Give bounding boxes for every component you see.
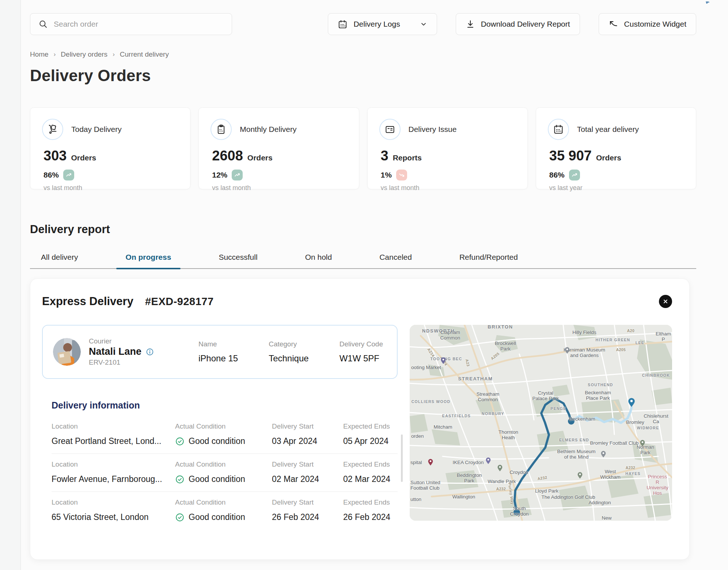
tab-on-hold[interactable]: On hold — [305, 248, 332, 268]
stat-card-unit: Reports — [393, 153, 422, 162]
row-value-location: 65 Victoria Street, London — [52, 512, 175, 522]
top-bar: Delivery Logs Download Delivery Report — [30, 13, 696, 35]
check-circle-icon — [175, 475, 185, 484]
stat-card-value: 303 — [43, 148, 67, 164]
stat-card-label: Today Delivery — [71, 125, 122, 134]
tab-refund-reported[interactable]: Refund/Reported — [459, 248, 518, 268]
stat-card-label: Delivery Issue — [409, 125, 457, 134]
check-circle-icon — [175, 513, 185, 522]
stat-card-unit: Orders — [247, 153, 273, 162]
courier-field-label: Category — [269, 340, 308, 348]
search-box[interactable] — [30, 13, 232, 35]
close-button[interactable] — [659, 295, 672, 308]
row-value-ends: 26 Feb 2024 — [343, 512, 398, 522]
row-value-condition: Good condition — [175, 512, 272, 522]
delivery-logs-button[interactable]: Delivery Logs — [328, 13, 437, 35]
breadcrumb-separator-icon: › — [54, 51, 56, 58]
delivery-details-column: Courier Natali Lane ERV-210 — [42, 325, 398, 529]
tab-canceled[interactable]: Canceled — [379, 248, 412, 268]
courier-card: Courier Natali Lane ERV-210 — [42, 325, 398, 379]
row-label-condition: Actual Condition — [175, 460, 272, 468]
chevron-down-icon — [420, 20, 427, 28]
page-title: Delivery Orders — [30, 66, 696, 85]
search-icon — [38, 19, 48, 29]
customize-widget-button[interactable]: Customize Widget — [599, 13, 696, 35]
row-value-ends: 05 Apr 2024 — [343, 436, 398, 446]
courier-field: NameiPhone 15 — [198, 340, 238, 364]
tab-all-delivery[interactable]: All delivery — [41, 248, 78, 268]
stat-cards-row: Today Delivery303Orders86%vs last monthM… — [30, 107, 696, 189]
courier-id: ERV-2101 — [89, 358, 184, 366]
row-value-start: 03 Apr 2024 — [272, 436, 343, 446]
download-delivery-report-button[interactable]: Download Delivery Report — [456, 13, 580, 35]
stat-card-compare: vs last month — [42, 184, 178, 192]
route-start-dot — [513, 509, 520, 516]
row-label-condition: Actual Condition — [175, 498, 272, 506]
courier-fields: NameiPhone 15CategoryTechniqueDelivery C… — [184, 340, 383, 364]
row-label-location: Location — [52, 460, 175, 468]
trend-up-icon — [232, 170, 243, 180]
row-label-start: Delivery Start — [272, 422, 343, 430]
stat-card: Delivery Issue3Reports1%vs last month — [367, 107, 528, 189]
express-delivery-panel: Express Delivery #EXD-928177 — [30, 278, 690, 560]
trend-down-icon — [396, 170, 407, 180]
stat-card-percent: 86% — [549, 171, 565, 179]
stat-card-value: 2608 — [212, 148, 243, 164]
row-cell-start: Delivery Start02 Mar 2024 — [272, 460, 343, 484]
courier-name: Natali Lane — [89, 346, 141, 357]
courier-avatar — [53, 338, 81, 366]
tab-on-progress[interactable]: On progress — [126, 248, 171, 268]
collapsed-sidebar-strip — [0, 0, 21, 570]
report-heading: Delivery report — [30, 223, 696, 236]
row-cell-start: Delivery Start26 Feb 2024 — [272, 498, 343, 522]
report-tabs: All deliveryOn progressSuccessfullOn hol… — [30, 248, 696, 269]
row-label-location: Location — [52, 498, 175, 506]
info-icon[interactable] — [146, 348, 154, 356]
row-value-location: Fowler Avenue, Farnboroug... — [52, 474, 175, 484]
row-label-start: Delivery Start — [272, 460, 343, 468]
courier-field: CategoryTechnique — [269, 340, 308, 364]
map-base — [410, 325, 672, 521]
breadcrumb-item[interactable]: Delivery orders — [61, 50, 107, 58]
row-label-condition: Actual Condition — [175, 422, 272, 430]
main-content: Delivery Logs Download Delivery Report — [21, 0, 728, 560]
row-cell-location: LocationFowler Avenue, Farnboroug... — [52, 460, 175, 484]
row-cell-location: LocationGreat Portland Street, Lond... — [52, 422, 175, 446]
row-value-location: Great Portland Street, Lond... — [52, 436, 175, 446]
breadcrumb-item[interactable]: Current delivery — [120, 50, 169, 58]
breadcrumb: Home›Delivery orders›Current delivery — [30, 50, 696, 58]
stat-card-percent: 12% — [212, 171, 227, 179]
clipboard-icon — [211, 119, 232, 140]
delivery-route-map[interactable]: NDSWORTHClapham CommonBRIXTONHilly Field… — [410, 325, 672, 521]
stat-card-value: 3 — [381, 148, 388, 164]
panel-header: Express Delivery #EXD-928177 — [42, 295, 672, 308]
row-cell-condition: Actual ConditionGood condition — [175, 422, 272, 446]
rows-scrollbar[interactable] — [401, 434, 403, 482]
search-input[interactable] — [54, 20, 224, 28]
delivery-logs-label: Delivery Logs — [353, 20, 400, 28]
row-cell-ends: Expected Ends02 Mar 2024 — [343, 460, 398, 484]
courier-field: Delivery CodeW1W 5PF — [340, 340, 383, 364]
row-label-location: Location — [52, 422, 175, 430]
trend-up-icon — [569, 170, 580, 180]
row-cell-condition: Actual ConditionGood condition — [175, 460, 272, 484]
route-waypoint-dot — [568, 418, 575, 425]
breadcrumb-item[interactable]: Home — [30, 50, 49, 58]
stat-card-label: Monthly Delivery — [240, 125, 296, 134]
check-circle-icon — [175, 437, 185, 446]
stat-card-compare: vs last month — [211, 184, 347, 192]
stat-card-label: Total year delivery — [577, 125, 639, 134]
row-cell-start: Delivery Start03 Apr 2024 — [272, 422, 343, 446]
calendar-icon — [338, 19, 348, 29]
trend-up-icon — [63, 170, 74, 180]
tab-successfull[interactable]: Successfull — [219, 248, 257, 268]
row-cell-ends: Expected Ends05 Apr 2024 — [343, 422, 398, 446]
row-label-ends: Expected Ends — [343, 498, 398, 506]
download-icon — [466, 19, 475, 29]
row-value-ends: 02 Mar 2024 — [343, 474, 398, 484]
delivery-row: Location65 Victoria Street, LondonActual… — [52, 492, 398, 529]
row-cell-location: Location65 Victoria Street, London — [52, 498, 175, 522]
delivery-rows: LocationGreat Portland Street, Lond...Ac… — [52, 416, 398, 529]
courier-field-value: W1W 5PF — [340, 353, 383, 364]
row-value-condition: Good condition — [175, 436, 272, 446]
